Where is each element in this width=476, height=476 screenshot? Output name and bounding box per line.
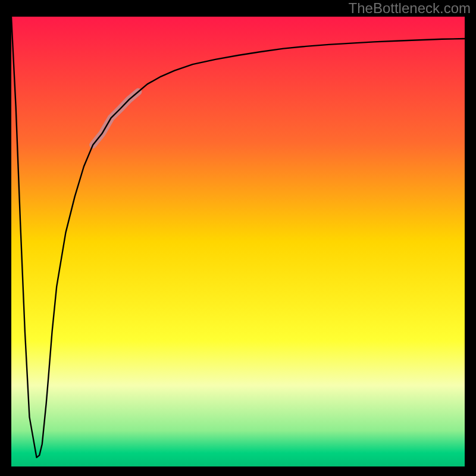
bottleneck-chart: TheBottleneck.com <box>0 0 476 476</box>
chart-background-gradient <box>11 17 465 466</box>
watermark-text: TheBottleneck.com <box>349 0 471 17</box>
chart-canvas <box>0 0 476 476</box>
